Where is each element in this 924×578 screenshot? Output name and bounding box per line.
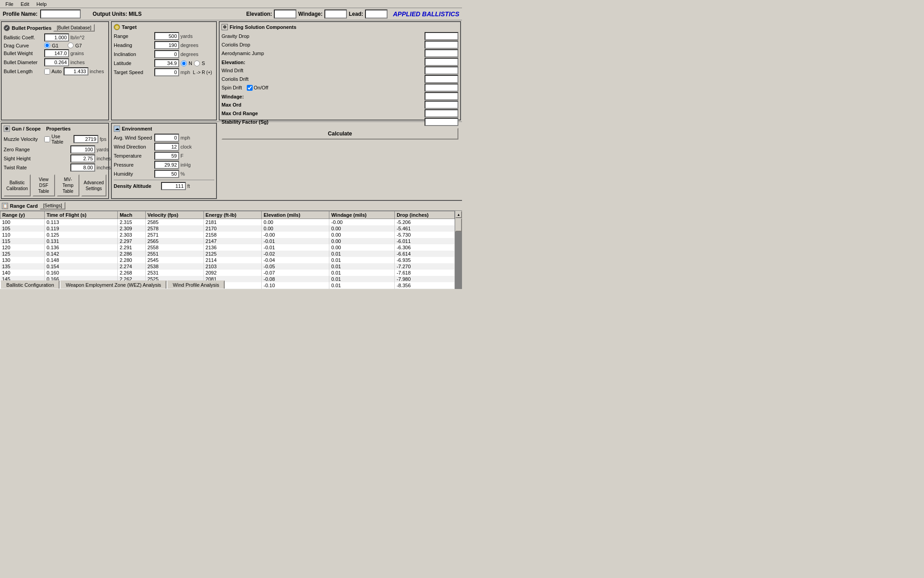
gravity-drop-value[interactable]: -2.64 [425,32,458,40]
windage-value[interactable]: 0.09 [324,9,347,19]
gravity-drop-label: Gravity Drop [222,33,422,39]
table-cell: 0.125 [45,232,118,238]
max-ord-range-value[interactable]: 270 y [425,109,458,117]
density-altitude-unit: ft [187,183,190,189]
heading-input[interactable] [154,41,179,49]
ballistic-coeff-input[interactable] [44,33,69,42]
spin-drift-toggle-label[interactable]: On/Off [247,85,268,91]
scroll-up-arrow[interactable]: ▲ [455,211,462,218]
ballistic-calibration-button[interactable]: BallisticCalibration [4,174,31,196]
twist-rate-input[interactable] [70,163,95,172]
density-altitude-section: Density Altitude ft [114,180,214,190]
max-ord-value[interactable]: 17.98 in [425,101,458,109]
latitude-s-radio[interactable] [194,61,200,66]
table-cell: 140 [0,270,45,276]
spin-drift-checkbox[interactable] [247,85,253,91]
bullet-length-auto-label[interactable]: Auto [44,69,62,75]
bullet-length-auto-checkbox[interactable] [44,69,50,75]
ballistic-coeff-label: Ballistic Coeff. [4,35,44,40]
inclination-input[interactable] [154,50,179,58]
heading-row: Heading degrees [114,41,214,49]
menu-help[interactable]: Help [33,1,51,7]
table-row: 1550.1782.25025122059-0.120.01-8.745 [0,289,455,289]
advanced-settings-button[interactable]: AdvancedSettings [81,174,106,196]
range-input[interactable] [154,32,179,40]
latitude-n-radio[interactable] [181,61,187,66]
elevation-value[interactable]: -2.63 [274,9,296,19]
target-speed-note: L -> R (+) [193,70,212,75]
tab-wind-profile-analysis[interactable]: Wind Profile Analysis [167,280,225,289]
range-label: Range [114,33,154,39]
bullet-database-button[interactable]: [Bullet Database] [53,24,95,32]
table-cell: -0.04 [262,257,329,263]
temperature-input[interactable] [154,152,179,160]
sight-height-input[interactable] [70,154,95,163]
table-cell: -8.356 [395,282,455,289]
wind-direction-input[interactable] [154,143,179,151]
use-table-checkbox[interactable] [44,136,50,142]
bullet-diameter-row: Bullet Diameter inches [4,58,106,66]
sight-height-unit: inches [97,156,111,161]
elevation-result-value[interactable]: -2.63 [425,58,458,66]
profile-name-label: Profile Name: [3,11,37,17]
wind-speed-input[interactable] [154,134,179,142]
coriolis-drift-value[interactable]: 0.03 [425,75,458,83]
use-table-label[interactable]: Use Table [44,134,73,144]
mv-temp-table-button[interactable]: MV-TempTable [57,174,79,196]
drag-curve-row: Drag Curve G1 G7 [4,42,106,48]
bullet-properties-title: ✓ Bullet Properties [Bullet Database] [4,24,106,32]
scroll-thumb[interactable] [455,218,462,232]
muzzle-velocity-input[interactable] [74,135,98,143]
wind-direction-row: Wind Direction clock [114,143,214,151]
tab-wez-analysis[interactable]: Weapon Employment Zone (WEZ) Analysis [60,280,166,289]
density-altitude-input[interactable] [161,182,186,190]
menu-bar: File Edit Help [0,0,462,8]
view-dsf-table-button[interactable]: ViewDSF Table [32,174,55,196]
tab-ballistic-configuration[interactable]: Ballistic Configuration [1,280,60,289]
range-card-table-container[interactable]: Range (y) Time of Flight (s) Mach Veloci… [0,211,455,289]
wind-drift-value[interactable]: 0.00 [425,66,458,75]
aero-jump-value[interactable]: -0.00 [425,49,458,57]
latitude-label: Latitude [114,61,154,66]
pressure-input[interactable] [154,161,179,169]
gun-scope-subtitle: Properties [46,126,70,131]
drag-g7-radio[interactable] [68,42,74,48]
latitude-n-label[interactable]: N [181,61,192,66]
drag-g1-label[interactable]: G1 [44,42,59,48]
bullet-length-input[interactable] [64,67,88,75]
table-cell: 2585 [145,219,203,226]
bullet-diameter-input[interactable] [44,58,69,66]
lead-value[interactable]: 0.00R [365,9,388,19]
firing-solution-panel: ⚙ Firing Solution Components Gravity Dro… [219,21,461,121]
ballistic-coeff-unit: lb/in^2 [70,35,84,40]
windage-result-value[interactable]: 0.09 [425,92,458,100]
target-speed-input[interactable] [154,68,179,76]
drag-g7-label[interactable]: G7 [68,42,82,48]
table-cell: -5.461 [395,225,455,232]
menu-edit[interactable]: Edit [17,1,33,7]
coriolis-drop-value[interactable]: 0.01 [425,41,458,49]
environment-icon: ☁ [114,126,120,132]
latitude-s-label[interactable]: S [194,61,205,66]
table-scrollbar[interactable]: ▲ ▼ [455,211,462,289]
target-panel: ◎ Target Range yards Heading degrees Inc… [111,21,217,121]
latitude-input[interactable] [154,59,179,67]
zero-range-input[interactable] [70,145,95,154]
range-card-settings-button[interactable]: [Settings] [40,202,66,210]
wind-speed-label: Avg. Wind Speed [114,135,154,140]
stability-value[interactable]: 1.56 [425,118,458,126]
spin-drift-value[interactable]: 0.06 [425,84,458,92]
calculate-button[interactable]: Calculate [222,128,458,140]
bullet-weight-input[interactable] [44,49,69,57]
firing-solution-title: ⚙ Firing Solution Components [222,24,458,30]
windage-section-title: Windage: [222,94,422,99]
table-cell: -6.935 [395,257,455,263]
drag-g1-radio[interactable] [44,42,50,48]
profile-name-input[interactable]: 147g ELD [40,9,81,19]
menu-file[interactable]: File [2,1,17,7]
table-cell: 110 [0,232,45,238]
col-drop: Drop (inches) [395,211,455,219]
humidity-input[interactable] [154,170,179,178]
range-card-icon: 📋 [2,203,8,209]
table-cell: -6.614 [395,251,455,257]
